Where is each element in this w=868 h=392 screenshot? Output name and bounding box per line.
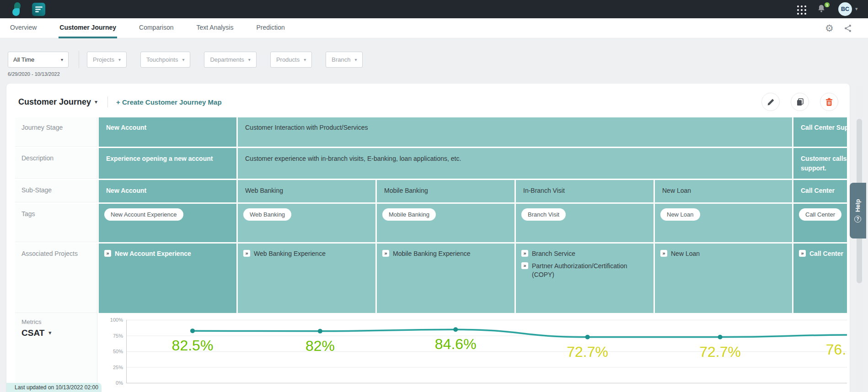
tags-cell: New Loan bbox=[655, 204, 792, 242]
project-name: Call Center bbox=[809, 249, 843, 258]
tab-list: OverviewCustomer JourneyComparisonText A… bbox=[0, 18, 868, 38]
gear-icon[interactable]: ⚙ bbox=[825, 22, 834, 34]
filter-products[interactable]: Products▾ bbox=[270, 52, 312, 68]
project-name: Web Banking Experience bbox=[254, 249, 326, 258]
row-label-associated-projects: Associated Projects bbox=[15, 244, 97, 313]
caret-down-icon: ▾ bbox=[61, 57, 63, 62]
filter-departments[interactable]: Departments▾ bbox=[204, 52, 256, 68]
projects-cell: »Mobile Banking Experience bbox=[377, 244, 514, 313]
create-journey-map-link[interactable]: + Create Customer Journey Map bbox=[116, 98, 222, 106]
pencil-icon bbox=[767, 98, 775, 106]
apps-grid-icon[interactable] bbox=[797, 5, 806, 15]
filter-branch[interactable]: Branch▾ bbox=[326, 52, 363, 68]
filter-projects[interactable]: Projects▾ bbox=[87, 52, 127, 68]
avatar[interactable]: BC bbox=[838, 2, 852, 16]
data-point-label: 76. bbox=[826, 341, 846, 358]
project-link-branch-service[interactable]: »Branch Service bbox=[521, 249, 648, 258]
topbar: 1 BC ▾ bbox=[0, 0, 868, 18]
tag-chip-branch-visit[interactable]: Branch Visit bbox=[521, 208, 566, 221]
date-range-label: 6/29/2020 - 10/13/2022 bbox=[8, 71, 868, 77]
question-icon: ? bbox=[855, 216, 862, 222]
delete-button[interactable] bbox=[820, 93, 838, 111]
data-point-label: 84.6% bbox=[435, 336, 477, 353]
double-arrow-icon: » bbox=[104, 250, 111, 257]
journey-map-caret-icon[interactable]: ▾ bbox=[95, 99, 97, 105]
duplicate-button[interactable] bbox=[791, 93, 809, 111]
data-point-label: 72.7% bbox=[699, 344, 741, 360]
filter-touchpoints[interactable]: Touchpoints▾ bbox=[140, 52, 190, 68]
tag-chip-new-loan[interactable]: New Loan bbox=[660, 208, 700, 221]
tags-cell: Branch Visit bbox=[516, 204, 654, 242]
tab-text-analysis[interactable]: Text Analysis bbox=[196, 18, 235, 38]
double-arrow-icon: » bbox=[799, 250, 806, 257]
help-tab-inner: ? Help bbox=[855, 199, 862, 222]
filter-label-departments: Departments bbox=[210, 56, 244, 63]
share-icon[interactable] bbox=[844, 24, 852, 33]
tab-comparison[interactable]: Comparison bbox=[138, 18, 174, 38]
time-range-value: All Time bbox=[13, 56, 34, 63]
caret-down-icon: ▾ bbox=[118, 57, 121, 62]
filter-buttons: Projects▾Touchpoints▾Departments▾Product… bbox=[79, 52, 363, 68]
double-arrow-icon: » bbox=[660, 250, 667, 257]
header-divider bbox=[107, 96, 108, 107]
tags-cell: Web Banking bbox=[238, 204, 375, 242]
tab-prediction[interactable]: Prediction bbox=[255, 18, 285, 38]
metric-select[interactable]: CSAT ▾ bbox=[21, 328, 91, 338]
double-arrow-icon: » bbox=[521, 250, 528, 257]
substage-cell: In-Branch Visit bbox=[516, 180, 654, 202]
notifications-button[interactable]: 1 bbox=[816, 3, 828, 16]
tags-cell: New Account Experience bbox=[99, 204, 236, 242]
metric-select-value: CSAT bbox=[21, 328, 44, 338]
metrics-row: Metrics CSAT ▾ 100%75%50%25%0%82.5%82%84… bbox=[15, 313, 847, 392]
project-link-new-account-experience[interactable]: »New Account Experience bbox=[104, 249, 231, 258]
stage-cell: Customer Interaction with Product/Servic… bbox=[238, 117, 792, 147]
workspace-icon[interactable] bbox=[32, 3, 45, 16]
time-range-select[interactable]: All Time ▾ bbox=[8, 52, 69, 68]
account-menu-caret-icon[interactable]: ▾ bbox=[855, 6, 858, 12]
data-point-label: 82% bbox=[305, 338, 335, 355]
caret-down-icon: ▾ bbox=[304, 57, 306, 62]
project-link-partner-authorization-certification-copy[interactable]: »Partner Authorization/Certification (CO… bbox=[521, 262, 648, 279]
tab-overview[interactable]: Overview bbox=[9, 18, 38, 38]
journey-map-title[interactable]: Customer Journey bbox=[18, 97, 91, 107]
double-arrow-icon: » bbox=[382, 250, 389, 257]
project-link-web-banking-experience[interactable]: »Web Banking Experience bbox=[243, 249, 370, 258]
edit-button[interactable] bbox=[761, 93, 780, 111]
app-screen: 1 BC ▾ OverviewCustomer JourneyCompariso… bbox=[0, 0, 868, 392]
description-cell: Experience opening a new account bbox=[99, 148, 236, 179]
project-name: Mobile Banking Experience bbox=[393, 249, 471, 258]
project-link-new-loan[interactable]: »New Loan bbox=[660, 249, 787, 258]
data-point bbox=[190, 328, 195, 333]
double-arrow-icon: » bbox=[521, 262, 528, 269]
metrics-label-column: Metrics CSAT ▾ bbox=[15, 313, 97, 392]
tag-chip-mobile-banking[interactable]: Mobile Banking bbox=[382, 208, 436, 221]
row-label-tags: Tags bbox=[15, 204, 97, 242]
tag-chip-call-center[interactable]: Call Center bbox=[799, 208, 841, 221]
substage-cell: New Loan bbox=[655, 180, 792, 202]
tag-chip-new-account-experience[interactable]: New Account Experience bbox=[104, 208, 183, 221]
substage-cell: Web Banking bbox=[238, 180, 375, 202]
double-arrow-icon: » bbox=[243, 250, 250, 257]
journey-card-header: Customer Journey ▾ + Create Customer Jou… bbox=[6, 84, 850, 117]
projects-cell: »New Account Experience bbox=[99, 244, 236, 313]
projects-cell: »Web Banking Experience bbox=[238, 244, 375, 313]
journey-card: Customer Journey ▾ + Create Customer Jou… bbox=[6, 84, 850, 392]
app-logo[interactable] bbox=[12, 1, 23, 17]
filter-label-projects: Projects bbox=[93, 56, 114, 63]
tags-cell: Mobile Banking bbox=[377, 204, 514, 242]
project-link-mobile-banking-experience[interactable]: »Mobile Banking Experience bbox=[382, 249, 509, 258]
tab-customer-journey[interactable]: Customer Journey bbox=[59, 18, 117, 38]
y-axis-tick: 100% bbox=[95, 317, 123, 323]
tag-chip-web-banking[interactable]: Web Banking bbox=[243, 208, 291, 221]
project-link-call-center[interactable]: »Call Center bbox=[799, 249, 847, 258]
help-tab[interactable]: ? Help bbox=[850, 183, 866, 238]
stage-cell: New Account bbox=[99, 117, 236, 147]
y-axis-tick: 25% bbox=[95, 365, 123, 370]
vertical-scrollbar[interactable] bbox=[856, 86, 863, 392]
logo-drop-bottom bbox=[12, 8, 20, 16]
data-point bbox=[718, 335, 723, 339]
row-label-sub-stage: Sub-Stage bbox=[15, 180, 97, 202]
notification-badge: 1 bbox=[824, 1, 830, 8]
help-tab-label: Help bbox=[855, 199, 862, 212]
data-point bbox=[453, 327, 458, 332]
